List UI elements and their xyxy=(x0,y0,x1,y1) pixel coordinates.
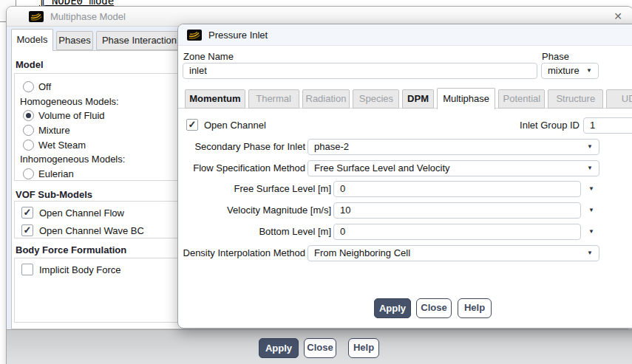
help-button[interactable]: Help xyxy=(458,298,492,318)
close-button[interactable]: Close xyxy=(304,338,336,358)
tab-potential: Potential xyxy=(498,89,545,109)
fluent-logo-icon xyxy=(29,11,44,22)
help-button[interactable]: Help xyxy=(348,338,379,358)
chevron-down-icon: ▼ xyxy=(587,246,593,261)
velocity-magnitude-input[interactable]: 10 xyxy=(333,202,581,219)
multiphase-model-button-strip: Apply Close Help xyxy=(7,329,632,364)
velocity-magnitude-label: Velocity Magnitude [m/s] xyxy=(178,202,331,219)
model-group-title: Model xyxy=(16,59,44,70)
tab-dpm[interactable]: DPM xyxy=(402,89,433,109)
screen: ║ NODE0 mode Multiphase Model ✕ Models P… xyxy=(0,0,632,364)
vof-submodels-title: VOF Sub-Models xyxy=(16,189,92,200)
chevron-down-icon: ▼ xyxy=(587,161,593,176)
multiphase-model-tabbar: Models Phases Phase Interaction xyxy=(11,29,183,51)
bottom-level-label: Bottom Level [m] xyxy=(178,224,331,240)
phase-dropdown[interactable]: mixture ▼ xyxy=(541,63,599,79)
radio-icon[interactable] xyxy=(23,125,34,136)
tab-uds: UDS xyxy=(606,89,632,109)
bottom-level-input[interactable]: 0 xyxy=(333,224,581,240)
tab-momentum[interactable]: Momentum xyxy=(185,89,245,109)
phase-label: Phase xyxy=(542,51,569,62)
flow-spec-method-dropdown[interactable]: Free Surface Level and Velocity ▼ xyxy=(307,160,599,176)
checkbox-checked-icon[interactable]: ✓ xyxy=(21,207,33,219)
pressure-inlet-dialog: Pressure Inlet Zone Name inlet Phase mix… xyxy=(177,24,632,329)
tab-phase-interaction[interactable]: Phase Interaction xyxy=(96,31,183,50)
window-title: Multiphase Model xyxy=(50,11,126,22)
pressure-inlet-titlebar[interactable]: Pressure Inlet xyxy=(178,24,632,46)
chevron-down-icon: ▼ xyxy=(586,63,592,78)
free-surface-level-input[interactable]: 0 xyxy=(333,181,581,197)
radio-icon-selected[interactable] xyxy=(23,110,34,121)
chevron-down-icon[interactable]: ▼ xyxy=(585,185,597,192)
tab-structure: Structure xyxy=(548,89,603,109)
apply-button[interactable]: Apply xyxy=(259,338,299,358)
checkbox-checked-icon[interactable]: ✓ xyxy=(186,119,198,131)
tab-phases[interactable]: Phases xyxy=(56,31,93,50)
checkbox-open-channel[interactable]: ✓ Open Channel xyxy=(180,118,266,131)
inlet-group-id-label: Inlet Group ID xyxy=(459,117,580,134)
tab-thermal: Thermal xyxy=(248,89,299,109)
dialog-title: Pressure Inlet xyxy=(208,30,268,41)
checkbox-checked-icon[interactable]: ✓ xyxy=(21,224,33,236)
secondary-phase-label: Secondary Phase for Inlet xyxy=(178,139,305,155)
chevron-down-icon[interactable]: ▼ xyxy=(585,228,597,235)
tab-multiphase[interactable]: Multiphase xyxy=(437,88,496,109)
radio-icon[interactable] xyxy=(23,168,34,179)
radio-icon[interactable] xyxy=(23,140,34,151)
chevron-down-icon[interactable]: ▼ xyxy=(585,207,597,213)
free-surface-level-label: Free Surface Level [m] xyxy=(178,181,331,197)
secondary-phase-dropdown[interactable]: phase-2 ▼ xyxy=(307,139,599,155)
tab-radiation: Radiation xyxy=(302,89,350,109)
close-icon[interactable]: ✕ xyxy=(611,10,625,23)
zone-name-input[interactable]: inlet xyxy=(183,63,537,79)
tab-models[interactable]: Models xyxy=(11,29,53,51)
pressure-inlet-tabbar: Momentum Thermal Radiation Species DPM M… xyxy=(178,88,632,109)
close-button[interactable]: Close xyxy=(416,298,452,318)
checkbox-unchecked-icon[interactable] xyxy=(21,264,33,275)
fluent-logo-icon xyxy=(187,30,202,41)
zone-name-label: Zone Name xyxy=(183,51,234,62)
density-interp-method-dropdown[interactable]: From Neighboring Cell ▼ xyxy=(307,245,599,261)
radio-icon[interactable] xyxy=(23,81,34,92)
chevron-down-icon: ▼ xyxy=(587,140,593,154)
inlet-group-id-input[interactable]: 1 xyxy=(583,117,632,134)
flow-spec-method-label: Flow Specification Method xyxy=(178,160,305,176)
body-force-title: Body Force Formulation xyxy=(16,244,126,255)
tab-species: Species xyxy=(353,89,399,109)
density-interp-method-label: Density Interpolation Method xyxy=(178,245,305,261)
apply-button[interactable]: Apply xyxy=(374,298,411,318)
